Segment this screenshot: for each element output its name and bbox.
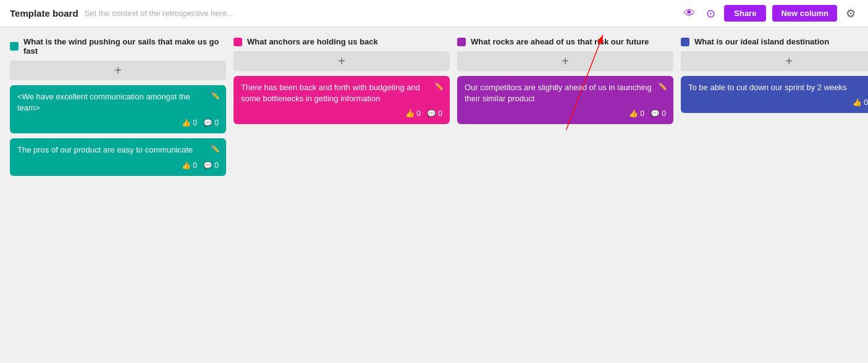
history-icon-button[interactable]: ⊙ [704,4,718,23]
comment-count-4: 💬 0 [651,109,666,118]
comment-count-1: 💬 0 [203,119,219,127]
add-card-col3-button[interactable]: + [457,51,673,71]
column-wind-title: What is the wind pushing our sails that … [23,37,226,56]
add-card-col4-button[interactable]: + [681,51,868,71]
edit-icon-4[interactable]: ✏️ [658,82,667,91]
col-dot-3 [457,38,466,46]
column-island-title: What is our ideal island destination [694,37,829,46]
board-title: Template board [10,8,78,19]
edit-icon-3[interactable]: ✏️ [434,82,444,91]
column-anchors: What anchors are holding us back + ✏️ Th… [234,37,450,129]
column-rocks: What rocks are ahead of us that risk our… [457,37,673,129]
add-card-col1-button[interactable]: + [10,60,226,80]
like-count-4: 👍 0 [629,109,644,118]
card-communication-footer: 👍 0 💬 0 [17,119,219,127]
board-subtitle: Set the context of the retrospective her… [85,9,682,18]
card-competitors-footer: 👍 0 💬 0 [465,109,666,118]
column-rocks-title: What rocks are ahead of us that risk our… [471,37,649,46]
app-header: Template board Set the context of the re… [0,0,868,27]
comment-count-3: 💬 0 [427,109,442,118]
column-anchors-title: What anchors are holding us back [247,37,378,46]
edit-icon-1[interactable]: ✏️ [211,91,220,100]
col-dot-1 [10,42,19,51]
card-pros: ✏️ The pros of our product are easy to c… [10,138,226,175]
card-budgeting-text: There has been back and forth with budge… [241,82,442,104]
like-count-5: 👍 0 [853,98,868,107]
share-button[interactable]: Share [724,5,766,22]
card-budgeting: ✏️ There has been back and forth with bu… [234,76,450,124]
like-count-1: 👍 0 [182,119,197,127]
card-competitors-text: Our competitors are slightly ahead of us… [465,82,666,104]
edit-icon-2[interactable]: ✏️ [211,144,220,153]
card-budgeting-footer: 👍 0 💬 0 [241,109,442,118]
card-sprint: ✏️ To be able to cut down our sprint by … [681,76,868,113]
col-dot-4 [681,38,689,46]
col-dot-2 [234,38,242,46]
comment-count-2: 💬 0 [203,161,219,170]
column-wind: What is the wind pushing our sails that … [10,37,226,181]
like-count-2: 👍 0 [182,161,197,170]
like-count-3: 👍 0 [405,109,421,118]
card-competitors: ✏️ Our competitors are slightly ahead of… [457,76,673,124]
column-anchors-header: What anchors are holding us back [234,37,450,46]
eye-icon-button[interactable]: 👁 [681,4,697,22]
header-actions: 👁 ⊙ Share New column ⚙ [681,4,858,23]
board: What is the wind pushing our sails that … [0,27,868,191]
new-column-button[interactable]: New column [772,5,837,22]
card-sprint-footer: 👍 0 💬 0 [688,98,868,107]
card-communication: ✏️ <We have excellent communication amon… [10,85,226,133]
column-island: What is our ideal island destination + ✏… [681,37,868,118]
settings-icon-button[interactable]: ⚙ [843,4,858,23]
card-pros-footer: 👍 0 💬 0 [17,161,219,170]
column-island-header: What is our ideal island destination [681,37,868,46]
card-pros-text: The pros of our product are easy to comm… [17,144,219,156]
add-card-col2-button[interactable]: + [234,51,450,71]
column-wind-header: What is the wind pushing our sails that … [10,37,226,56]
card-sprint-text: To be able to cut down our sprint by 2 w… [688,82,868,93]
card-communication-text: <We have excellent communication amongst… [17,91,219,114]
column-rocks-header: What rocks are ahead of us that risk our… [457,37,673,46]
